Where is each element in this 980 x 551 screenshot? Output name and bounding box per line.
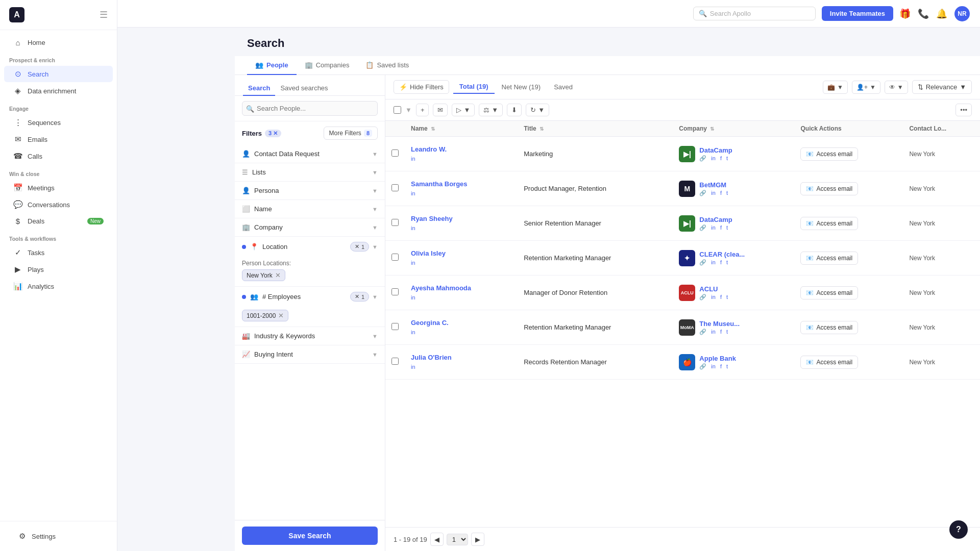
- twitter-icon[interactable]: t: [726, 329, 728, 335]
- row-checkbox[interactable]: [391, 149, 399, 157]
- sidebar-item-meetings[interactable]: 📅 Meetings: [4, 180, 113, 196]
- access-email-button[interactable]: 📧 Access email: [800, 147, 858, 161]
- linkedin-company-icon[interactable]: in: [711, 190, 716, 196]
- link-icon[interactable]: 🔗: [699, 190, 706, 196]
- linkedin-icon[interactable]: in: [411, 225, 415, 231]
- sort-filter-button[interactable]: ⚖ ▼: [479, 104, 503, 116]
- linkedin-company-icon[interactable]: in: [711, 329, 716, 335]
- sidebar-item-home[interactable]: ⌂ Home: [4, 35, 113, 51]
- search-people-input[interactable]: [242, 101, 378, 116]
- linkedin-company-icon[interactable]: in: [711, 224, 716, 231]
- filter-persona-header[interactable]: 👤 Persona ▼: [235, 182, 385, 199]
- filter-tab-search[interactable]: Search: [243, 81, 275, 96]
- gift-icon[interactable]: 🎁: [899, 8, 911, 19]
- sidebar-item-sequences[interactable]: ⋮ Sequences: [4, 114, 113, 131]
- twitter-icon[interactable]: t: [726, 190, 728, 196]
- linkedin-icon[interactable]: in: [411, 156, 415, 162]
- chevron-select-icon[interactable]: ▼: [405, 106, 412, 114]
- linkedin-company-icon[interactable]: in: [711, 155, 716, 162]
- linkedin-icon[interactable]: in: [411, 364, 415, 370]
- company-name-link[interactable]: Apple Bank: [699, 355, 736, 362]
- col-title[interactable]: Title ⇅: [518, 121, 673, 137]
- row-checkbox[interactable]: [391, 288, 399, 295]
- location-filter-count[interactable]: ✕ 1: [350, 242, 369, 252]
- tab-people[interactable]: 👥 People: [247, 56, 297, 75]
- sidebar-item-search[interactable]: ⊙ Search: [4, 66, 113, 82]
- link-icon[interactable]: 🔗: [699, 363, 706, 370]
- linkedin-icon[interactable]: in: [411, 190, 415, 196]
- person-name-link[interactable]: Ryan Sheehy: [411, 215, 511, 222]
- user-avatar[interactable]: NR: [954, 6, 970, 21]
- facebook-icon[interactable]: f: [720, 155, 722, 162]
- person-name-link[interactable]: Samantha Borges: [411, 180, 511, 188]
- filter-tab-saved-searches[interactable]: Saved searches: [275, 81, 333, 96]
- download-button[interactable]: ⬇: [507, 104, 522, 116]
- hide-filters-button[interactable]: ⚡ Hide Filters: [394, 80, 449, 94]
- filter-employees-header[interactable]: 👥 # Employees ✕ 1 ▼: [235, 287, 385, 307]
- more-filters-button[interactable]: More Filters 8: [324, 127, 378, 140]
- save-search-button[interactable]: Save Search: [242, 527, 378, 545]
- sidebar-item-tasks[interactable]: ✓ Tasks: [4, 244, 113, 261]
- facebook-icon[interactable]: f: [720, 329, 722, 335]
- export-button[interactable]: 💼 ▼: [823, 81, 848, 94]
- email-button[interactable]: ✉: [433, 104, 448, 116]
- col-name[interactable]: Name ⇅: [405, 121, 518, 137]
- prev-page-button[interactable]: ◀: [430, 533, 444, 546]
- more-actions-button[interactable]: •••: [955, 104, 972, 116]
- twitter-icon[interactable]: t: [726, 155, 728, 162]
- results-tab-net-new[interactable]: Net New (19): [496, 81, 547, 93]
- remove-employees-tag[interactable]: ✕: [278, 312, 284, 319]
- invite-teammates-button[interactable]: Invite Teammates: [822, 6, 893, 21]
- twitter-icon[interactable]: t: [726, 259, 728, 266]
- sidebar-item-emails[interactable]: ✉ Emails: [4, 131, 113, 147]
- linkedin-icon[interactable]: in: [411, 294, 415, 300]
- person-name-link[interactable]: Julia O'Brien: [411, 354, 511, 361]
- linkedin-company-icon[interactable]: in: [711, 294, 716, 300]
- row-checkbox[interactable]: [391, 323, 399, 330]
- twitter-icon[interactable]: t: [726, 224, 728, 231]
- col-company[interactable]: Company ⇅: [673, 121, 794, 137]
- filter-buying-intent-header[interactable]: 📈 Buying Intent ▼: [235, 345, 385, 363]
- access-email-button[interactable]: 📧 Access email: [800, 182, 858, 195]
- company-name-link[interactable]: CLEAR (clea...: [699, 251, 745, 258]
- sidebar-toggle[interactable]: ☰: [100, 9, 108, 20]
- sidebar-item-analytics[interactable]: 📊 Analytics: [4, 278, 113, 294]
- filter-name-header[interactable]: ⬜ Name ▼: [235, 200, 385, 218]
- filter-company-header[interactable]: 🏢 Company ▼: [235, 218, 385, 236]
- access-email-button[interactable]: 📧 Access email: [800, 321, 858, 334]
- select-all-checkbox[interactable]: [394, 106, 401, 114]
- link-icon[interactable]: 🔗: [699, 259, 706, 266]
- access-email-button[interactable]: 📧 Access email: [800, 217, 858, 230]
- next-page-button[interactable]: ▶: [471, 533, 484, 546]
- add-to-list-button[interactable]: 👤+ ▼: [852, 81, 880, 94]
- tab-saved-lists[interactable]: 📋 Saved lists: [357, 56, 417, 75]
- linkedin-icon[interactable]: in: [411, 329, 415, 335]
- location-tag-newyork[interactable]: New York ✕: [242, 269, 285, 281]
- employees-tag-1001-2000[interactable]: 1001-2000 ✕: [242, 310, 288, 321]
- access-email-button[interactable]: 📧 Access email: [800, 286, 858, 299]
- row-checkbox[interactable]: [391, 358, 399, 365]
- company-name-link[interactable]: ACLU: [699, 285, 730, 293]
- sidebar-item-deals[interactable]: $ Deals New: [4, 213, 113, 229]
- link-icon[interactable]: 🔗: [699, 224, 706, 231]
- help-button[interactable]: ?: [949, 520, 968, 539]
- link-icon[interactable]: 🔗: [699, 155, 706, 162]
- row-checkbox[interactable]: [391, 219, 399, 226]
- person-name-link[interactable]: Georgina C.: [411, 319, 511, 327]
- filter-contact-data-header[interactable]: 👤 Contact Data Request ▼: [235, 145, 385, 163]
- row-checkbox[interactable]: [391, 254, 399, 261]
- remove-location-tag[interactable]: ✕: [275, 271, 281, 279]
- link-icon[interactable]: 🔗: [699, 329, 706, 335]
- company-name-link[interactable]: DataCamp: [699, 216, 732, 223]
- company-name-link[interactable]: The Museu...: [699, 320, 740, 328]
- twitter-icon[interactable]: t: [726, 294, 728, 300]
- employees-filter-count[interactable]: ✕ 1: [350, 292, 369, 302]
- results-tab-saved[interactable]: Saved: [548, 81, 579, 93]
- facebook-icon[interactable]: f: [720, 363, 722, 370]
- filter-location-header[interactable]: 📍 Location ✕ 1 ▼: [235, 237, 385, 257]
- phone-icon[interactable]: 📞: [918, 8, 929, 19]
- results-tab-total[interactable]: Total (19): [453, 80, 495, 94]
- relevance-sort-button[interactable]: ⇅ Relevance ▼: [912, 80, 972, 94]
- sidebar-item-calls[interactable]: ☎ Calls: [4, 148, 113, 164]
- link-icon[interactable]: 🔗: [699, 294, 706, 300]
